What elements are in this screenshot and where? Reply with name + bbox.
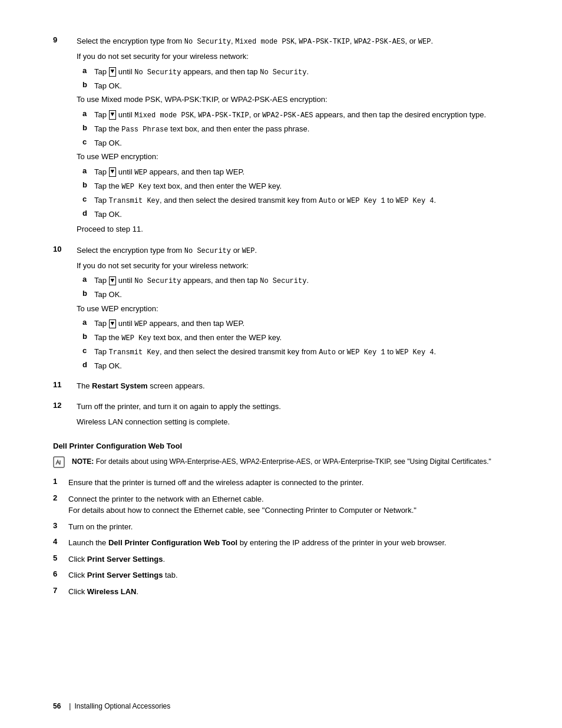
step-10-wep-d: d Tap OK.	[77, 360, 509, 372]
step-9-mixed-b-content: Tap the Pass Phrase text box, and then e…	[94, 123, 509, 135]
dell-step-5-content: Click Print Server Settings.	[68, 554, 509, 565]
note-label: NOTE:	[72, 457, 94, 466]
dell-step-4-content: Launch the Dell Printer Configuration We…	[68, 537, 509, 549]
step-10-no-security-substeps: a Tap ▼ until No Security appears, and t…	[77, 275, 509, 301]
step-10b: b Tap OK.	[77, 289, 509, 301]
step-10-wep-c-content: Tap Transmit Key, and then select the de…	[94, 346, 509, 358]
step-9-wep-c-code2: Auto	[319, 197, 336, 205]
dell-step-4-bold: Dell Printer Configuration Web Tool	[108, 538, 237, 547]
step-11-number: 11	[53, 380, 77, 389]
step-9-mixed-a: a Tap ▼ until Mixed mode PSK, WPA-PSK-TK…	[77, 109, 509, 121]
step-10b-label: b	[82, 289, 94, 298]
step-9a-tap-icon: ▼	[109, 67, 117, 76]
dell-step-7-bold: Wireless LAN	[87, 587, 137, 596]
step-9-option2: Mixed mode PSK	[235, 38, 295, 46]
step-10-wep-c-code4: WEP Key 4	[396, 348, 434, 357]
step-9a-content: Tap ▼ until No Security appears, and the…	[94, 66, 509, 78]
step-9-number: 9	[53, 35, 77, 44]
dell-step-4-num: 4	[53, 537, 68, 546]
step-9-wep-a-label: a	[82, 166, 94, 175]
dell-step-1-num: 1	[53, 477, 68, 486]
step-9-mixed-c-content: Tap OK.	[94, 137, 509, 149]
step-10-wep-c-code3: WEP Key 1	[347, 348, 385, 357]
step-9-mixed-a-code2: WPA-PSK-TKIP	[198, 111, 249, 120]
step-9-wep-d: d Tap OK.	[77, 209, 509, 220]
step-9b: b Tap OK.	[77, 80, 509, 92]
step-11-content: The Restart System screen appears.	[77, 380, 509, 396]
footer-separator: |	[69, 702, 71, 710]
dell-step-2-sub: For details about how to connect the Eth…	[68, 505, 509, 516]
step-9-no-security-substeps: a Tap ▼ until No Security appears, and t…	[77, 66, 509, 92]
step-9-wep-c: c Tap Transmit Key, and then select the …	[77, 195, 509, 206]
step-10-wep-d-content: Tap OK.	[94, 360, 509, 372]
dell-step-2: 2 Connect the printer to the network wit…	[53, 493, 509, 516]
step-9-mixed-b-label: b	[82, 123, 94, 132]
dell-step-7: 7 Click Wireless LAN.	[53, 586, 509, 598]
step-11: 11 The Restart System screen appears.	[53, 380, 509, 396]
step-10-wep-a-icon: ▼	[109, 319, 117, 328]
dell-step-1-content: Ensure that the printer is turned off an…	[68, 477, 509, 489]
step-10-wep-intro: To use WEP encryption:	[77, 303, 509, 315]
step-10-wep-c-code2: Auto	[319, 348, 336, 357]
dell-steps-list: 1 Ensure that the printer is turned off …	[53, 477, 509, 597]
footer-text: Installing Optional Accessories	[74, 702, 170, 710]
step-12-content: Turn off the printer, and turn it on aga…	[77, 401, 509, 431]
step-10a-content: Tap ▼ until No Security appears, and the…	[94, 275, 509, 286]
dell-step-6-num: 6	[53, 569, 68, 578]
step-10a-label: a	[82, 275, 94, 284]
step-10-wep-b-label: b	[82, 332, 94, 341]
step-9-mixed-a-code1: Mixed mode PSK	[134, 111, 194, 120]
dell-step-4: 4 Launch the Dell Printer Configuration …	[53, 537, 509, 549]
step-9-wep-d-content: Tap OK.	[94, 209, 509, 220]
step-9b-content: Tap OK.	[94, 80, 509, 92]
step-9-option1: No Security	[184, 38, 231, 46]
step-9a: a Tap ▼ until No Security appears, and t…	[77, 66, 509, 78]
page-content: 9 Select the encryption type from No Sec…	[0, 0, 562, 637]
dell-step-6-content: Click Print Server Settings tab.	[68, 569, 509, 581]
step-9-mixed-intro: To use Mixed mode PSK, WPA-PSK:TKIP, or …	[77, 94, 509, 106]
step-9-mixed-substeps: a Tap ▼ until Mixed mode PSK, WPA-PSK-TK…	[77, 109, 509, 149]
dell-step-2-text: Connect the printer to the network with …	[68, 493, 509, 505]
step-9-proceed: Proceed to step 11.	[77, 223, 509, 235]
step-10a-code2: No Security	[260, 277, 306, 285]
step-9-wep-b-code: WEP Key	[121, 183, 151, 191]
dell-step-3-num: 3	[53, 521, 68, 530]
step-10a: a Tap ▼ until No Security appears, and t…	[77, 275, 509, 286]
step-9-wep-c-code1: Transmit Key	[109, 197, 160, 205]
step-9-wep-a-icon: ▼	[109, 167, 117, 176]
step-9-wep-c-label: c	[82, 195, 94, 203]
step-12: 12 Turn off the printer, and turn it on …	[53, 401, 509, 431]
step-10-number: 10	[53, 245, 77, 253]
dell-step-5: 5 Click Print Server Settings.	[53, 554, 509, 565]
dell-step-3-content: Turn on the printer.	[68, 521, 509, 533]
step-10-wep-b: b Tap the WEP Key text box, and then ent…	[77, 332, 509, 344]
dell-step-7-content: Click Wireless LAN.	[68, 586, 509, 598]
dell-step-5-bold: Print Server Settings	[87, 555, 163, 564]
step-11-text: The Restart System screen appears.	[77, 380, 509, 392]
step-9-mixed-a-icon: ▼	[109, 110, 117, 119]
dell-step-3: 3 Turn on the printer.	[53, 521, 509, 533]
step-12-text: Turn off the printer, and turn it on aga…	[77, 401, 509, 413]
step-11-bold: Restart System	[92, 381, 148, 390]
step-10-wep-a: a Tap ▼ until WEP appears, and then tap …	[77, 318, 509, 330]
footer-page-number: 56	[53, 702, 61, 710]
step-9-wep-d-label: d	[82, 209, 94, 218]
dell-step-2-num: 2	[53, 493, 68, 502]
note-text: NOTE: For details about using WPA-Enterp…	[72, 456, 491, 467]
step-12-sub: Wireless LAN connection setting is compl…	[77, 416, 509, 428]
step-10-option1: No Security	[184, 247, 231, 255]
step-10-no-security-intro: If you do not set security for your wire…	[77, 260, 509, 272]
step-9-option5: WEP	[418, 38, 431, 46]
step-10-wep-c: c Tap Transmit Key, and then select the …	[77, 346, 509, 358]
step-9-wep-b-content: Tap the WEP Key text box, and then enter…	[94, 180, 509, 192]
step-10-wep-b-code: WEP Key	[121, 334, 151, 342]
step-10-wep-a-content: Tap ▼ until WEP appears, and then tap WE…	[94, 318, 509, 330]
step-9: 9 Select the encryption type from No Sec…	[53, 35, 509, 239]
step-9a-code1: No Security	[134, 68, 181, 77]
step-9-no-security-intro: If you do not set security for your wire…	[77, 51, 509, 62]
step-9-wep-b: b Tap the WEP Key text box, and then ent…	[77, 180, 509, 192]
step-9-mixed-b: b Tap the Pass Phrase text box, and then…	[77, 123, 509, 135]
page-footer: 56 | Installing Optional Accessories	[53, 702, 509, 710]
note-icon	[53, 456, 70, 470]
step-10-wep-d-label: d	[82, 360, 94, 369]
